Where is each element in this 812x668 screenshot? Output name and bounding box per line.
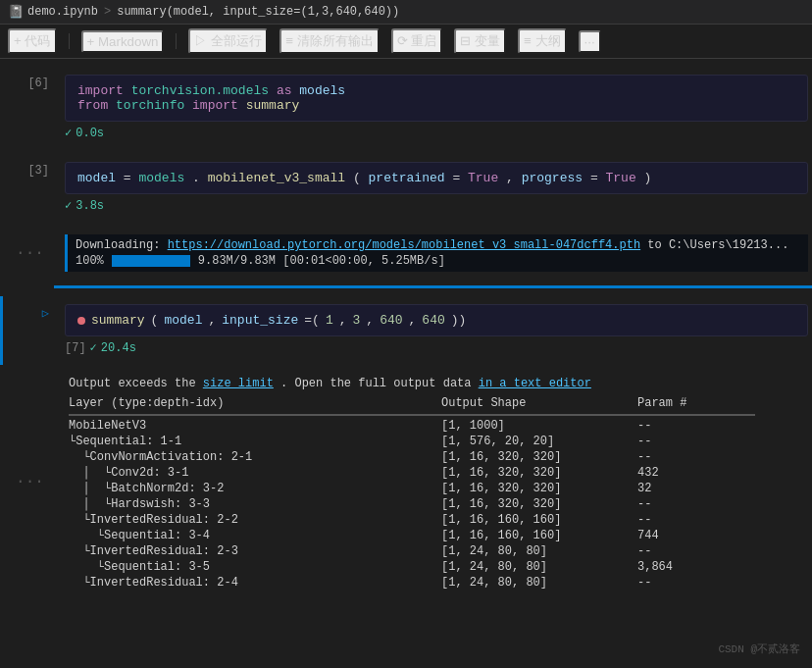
row-6-shape: [1, 16, 160, 160] — [441, 513, 637, 527]
cell-2-body[interactable]: model = models . mobilenet_v3_small ( pr… — [57, 154, 812, 223]
output-gutter: ··· — [3, 365, 57, 598]
toolbar: + 代码 + Markdown ▷ 全部运行 ≡ 清除所有输出 ⟳ 重启 ⊟ 变… — [0, 25, 812, 59]
cell-1-code[interactable]: import torchvision.models as models from… — [65, 75, 808, 122]
row-5-param: -- — [637, 497, 755, 511]
cell-1-status: ✓ 0.0s — [65, 124, 808, 142]
title-bar: 📓 demo.ipynb > summary(model, input_size… — [0, 0, 812, 25]
add-code-button[interactable]: + 代码 — [8, 28, 57, 54]
row-10-layer: └InvertedResidual: 2-4 — [69, 576, 441, 590]
cell-3-gutter: ▷ — [3, 296, 57, 365]
cell-2: [3] model = models . mobilenet_v3_small … — [0, 154, 812, 223]
row-3-layer: │ └Conv2d: 3-1 — [69, 466, 441, 480]
table-row-2: └ConvNormActivation: 2-1 [1, 16, 320, 32… — [69, 449, 804, 465]
row-1-shape: [1, 576, 20, 20] — [441, 435, 637, 448]
row-0-shape: [1, 1000] — [441, 419, 637, 433]
cell-3-status: [7] ✓ 20.4s — [65, 338, 808, 357]
download-output: ··· Downloading: https://download.pytorc… — [0, 223, 812, 283]
table-row-6: └InvertedResidual: 2-2 [1, 16, 160, 160]… — [69, 512, 804, 528]
toolbar-separator-1 — [69, 33, 70, 49]
cell-2-code[interactable]: model = models . mobilenet_v3_small ( pr… — [65, 162, 808, 194]
table-row-4: │ └BatchNorm2d: 3-2 [1, 16, 320, 320] 32 — [69, 481, 804, 496]
notebook: [6] import torchvision.models as models … — [0, 59, 812, 668]
table-row-0: MobileNetV3 [1, 1000] -- — [69, 418, 804, 434]
row-9-layer: └Sequential: 3-5 — [69, 560, 441, 574]
row-9-shape: [1, 24, 80, 80] — [441, 560, 637, 574]
cell-3-time: 20.4s — [101, 341, 136, 355]
cell-1-body[interactable]: import torchvision.models as models from… — [57, 67, 812, 150]
download-line: Downloading: https://download.pytorch.or… — [76, 238, 800, 252]
row-6-layer: └InvertedResidual: 2-2 — [69, 513, 441, 527]
row-7-shape: [1, 16, 160, 160] — [441, 529, 637, 542]
col-header-shape: Output Shape — [441, 396, 637, 410]
filename[interactable]: demo.ipynb — [27, 5, 98, 19]
run-all-button[interactable]: ▷ 全部运行 — [188, 28, 268, 54]
output-body: Output exceeds the size limit . Open the… — [57, 365, 812, 598]
row-3-shape: [1, 16, 320, 320] — [441, 466, 637, 480]
row-8-layer: └InvertedResidual: 2-3 — [69, 544, 441, 558]
table-row-9: └Sequential: 3-5 [1, 24, 80, 80] 3,864 — [69, 559, 804, 575]
table-top-divider — [69, 414, 755, 416]
progress-bar — [112, 255, 190, 267]
row-3-param: 432 — [637, 466, 755, 480]
row-8-shape: [1, 24, 80, 80] — [441, 544, 637, 558]
progress-percent: 100% — [76, 254, 104, 268]
cell-3-output: ··· Output exceeds the size limit . Open… — [0, 365, 812, 598]
progress-bar-container — [112, 255, 190, 267]
row-10-shape: [1, 24, 80, 80] — [441, 576, 637, 590]
model-table: Layer (type:depth-idx) Output Shape Para… — [65, 394, 808, 591]
cell-3-cell-num: [7] — [65, 341, 86, 355]
progress-line: 100% 9.83M/9.83M [00:01<00:00, 5.25MB/s] — [76, 254, 800, 268]
row-1-param: -- — [637, 435, 755, 448]
cell-2-status: ✓ 3.8s — [65, 196, 808, 215]
notebook-icon: 📓 — [8, 4, 24, 20]
row-8-param: -- — [637, 544, 755, 558]
size-limit-link[interactable]: size limit — [203, 377, 274, 390]
clear-output-button[interactable]: ≡ 清除所有输出 — [279, 28, 379, 54]
row-4-param: 32 — [637, 482, 755, 495]
cell-3-body[interactable]: summary ( model , input_size =( 1 , 3 , … — [57, 296, 812, 365]
table-row-7: └Sequential: 3-4 [1, 16, 160, 160] 744 — [69, 528, 804, 543]
code-line-3: model = models . mobilenet_v3_small ( pr… — [77, 171, 795, 185]
row-2-shape: [1, 16, 320, 320] — [441, 450, 637, 464]
download-block: Downloading: https://download.pytorch.or… — [65, 234, 808, 272]
col-header-layer: Layer (type:depth-idx) — [69, 396, 441, 410]
cell-1-time: 0.0s — [76, 127, 104, 140]
cell-3: ▷ summary ( model , input_size =( 1 , 3 … — [0, 296, 812, 365]
outline-button[interactable]: ≡ 大纲 — [518, 28, 566, 54]
to-label: to — [647, 238, 669, 252]
progress-accent-bar — [54, 285, 812, 288]
more-button[interactable]: ··· — [579, 30, 601, 53]
code-line-1: import torchvision.models as models — [77, 83, 795, 98]
row-0-param: -- — [637, 419, 755, 433]
code-line-run: summary ( model , input_size =( 1 , 3 , … — [77, 313, 795, 328]
row-2-layer: └ConvNormActivation: 2-1 — [69, 450, 441, 464]
cell-3-code[interactable]: summary ( model , input_size =( 1 , 3 , … — [65, 304, 808, 336]
text-editor-link[interactable]: in a text editor — [479, 377, 591, 390]
check-icon-3: ✓ — [90, 340, 97, 355]
downloading-label: Downloading: — [76, 238, 168, 252]
download-path: C:\Users\19213... — [669, 238, 788, 252]
row-6-param: -- — [637, 513, 755, 527]
add-markdown-button[interactable]: + Markdown — [81, 30, 165, 53]
download-gutter: ··· — [3, 223, 57, 283]
variables-button[interactable]: ⊟ 变量 — [454, 28, 506, 54]
row-2-param: -- — [637, 450, 755, 464]
row-10-param: -- — [637, 576, 755, 590]
download-url[interactable]: https://download.pytorch.org/models/mobi… — [168, 238, 640, 252]
run-play-icon[interactable]: ▷ — [42, 306, 49, 321]
row-1-layer: └Sequential: 1-1 — [69, 435, 441, 448]
code-line-2: from torchinfo import summary — [77, 98, 795, 113]
restart-button[interactable]: ⟳ 重启 — [391, 28, 443, 54]
watermark: CSDN @不贰洛客 — [718, 642, 800, 656]
run-dot-indicator — [77, 317, 85, 325]
output-warning: Output exceeds the size limit . Open the… — [65, 373, 808, 394]
row-4-shape: [1, 16, 320, 320] — [441, 482, 637, 495]
table-header-row: Layer (type:depth-idx) Output Shape Para… — [69, 394, 804, 412]
check-icon-1: ✓ — [65, 126, 72, 140]
row-7-param: 744 — [637, 529, 755, 542]
progress-stats: 9.83M/9.83M [00:01<00:00, 5.25MB/s] — [198, 254, 445, 268]
cell-1: [6] import torchvision.models as models … — [0, 67, 812, 150]
warning-text-2: . Open the full output data — [280, 377, 479, 390]
download-body: Downloading: https://download.pytorch.or… — [57, 223, 812, 283]
table-row-10: └InvertedResidual: 2-4 [1, 24, 80, 80] -… — [69, 575, 804, 591]
